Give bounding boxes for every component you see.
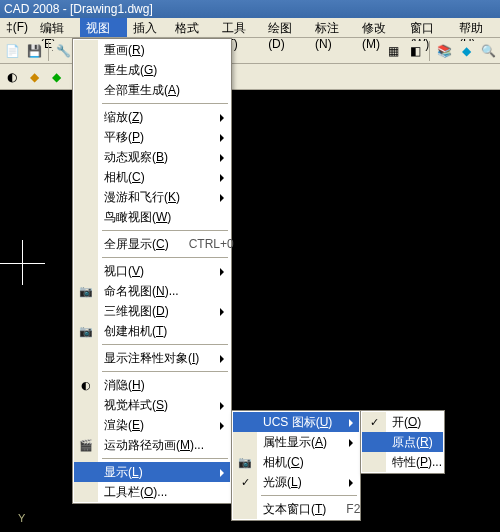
menu-item[interactable]: 漫游和飞行(K) (74, 187, 230, 207)
layer-icon[interactable]: ◆ (456, 41, 476, 61)
menu-item[interactable]: 工具栏(O)... (74, 482, 230, 502)
menu-item-label: 文本窗口(T) (263, 501, 326, 518)
menu-item-label: 全屏显示(C) (104, 236, 169, 253)
menu-item-label: 开(O) (392, 414, 421, 431)
tool-icon[interactable]: ◧ (405, 41, 425, 61)
menu-item[interactable]: 显示(L) (74, 462, 230, 482)
menu-item-label: 重画(R) (104, 42, 145, 59)
submenu-arrow-icon (220, 402, 224, 410)
menu-icon: ◐ (78, 377, 94, 393)
menu-draw[interactable]: 绘图(D) (262, 18, 309, 37)
new-icon[interactable]: 📄 (2, 41, 22, 61)
book-icon[interactable]: 📚 (434, 41, 454, 61)
menu-item[interactable]: 全屏显示(C)CTRL+0 (74, 234, 230, 254)
menu-item[interactable]: 缩放(Z) (74, 107, 230, 127)
submenu-arrow-icon (220, 174, 224, 182)
menu-item-label: 全部重生成(A) (104, 82, 180, 99)
menu-separator (102, 458, 228, 459)
menu-item[interactable]: ✓开(O) (362, 412, 443, 432)
menu-item-label: 显示注释性对象(I) (104, 350, 199, 367)
menu-item[interactable]: 重画(R) (74, 40, 230, 60)
tool-icon[interactable]: 🔧 (53, 41, 73, 61)
menu-item[interactable]: ◐消隐(H) (74, 375, 230, 395)
menu-item-label: 原点(R) (392, 434, 433, 451)
menu-item[interactable]: UCS 图标(U) (233, 412, 359, 432)
submenu-arrow-icon (220, 422, 224, 430)
menu-item-label: 渲染(E) (104, 417, 144, 434)
submenu-arrow-icon (349, 439, 353, 447)
tool-icon[interactable]: ◐ (2, 67, 22, 87)
menu-separator (102, 257, 228, 258)
menu-item-label: 鸟瞰视图(W) (104, 209, 171, 226)
tool-icon[interactable]: 🔍 (478, 41, 498, 61)
submenu-arrow-icon (220, 154, 224, 162)
menu-icon: 🎬 (78, 437, 94, 453)
menu-file[interactable]: ‡(F) (0, 18, 34, 37)
menu-item[interactable]: 视觉样式(S) (74, 395, 230, 415)
menu-item[interactable]: 视口(V) (74, 261, 230, 281)
tool-icon[interactable]: ◆ (46, 67, 66, 87)
menu-item[interactable]: 相机(C) (74, 167, 230, 187)
menu-dimension[interactable]: 标注(N) (309, 18, 356, 37)
save-icon[interactable]: 💾 (24, 41, 44, 61)
menu-view[interactable]: 视图(V) (80, 18, 126, 37)
menu-window[interactable]: 窗口(W) (404, 18, 453, 37)
tool-icon[interactable]: ▦ (383, 41, 403, 61)
menu-separator (102, 344, 228, 345)
menu-item-label: 漫游和飞行(K) (104, 189, 180, 206)
menu-item[interactable]: 鸟瞰视图(W) (74, 207, 230, 227)
menu-item[interactable]: 三维视图(D) (74, 301, 230, 321)
menu-item-label: 视觉样式(S) (104, 397, 168, 414)
menu-item-label: 缩放(Z) (104, 109, 143, 126)
menu-insert[interactable]: 插入(I) (127, 18, 169, 37)
submenu-arrow-icon (220, 114, 224, 122)
menu-item-label: 特性(P)... (392, 454, 442, 471)
menu-item-label: 创建相机(T) (104, 323, 167, 340)
menu-modify[interactable]: 修改(M) (356, 18, 404, 37)
shortcut-label: F2 (326, 502, 360, 516)
submenu-arrow-icon (220, 134, 224, 142)
menu-item[interactable]: 文本窗口(T)F2 (233, 499, 359, 519)
menu-item[interactable]: 显示注释性对象(I) (74, 348, 230, 368)
menu-item-label: 相机(C) (263, 454, 304, 471)
menu-item-label: 动态观察(B) (104, 149, 168, 166)
menu-item[interactable]: 渲染(E) (74, 415, 230, 435)
ucs-indicator: Y (18, 512, 25, 524)
separator (429, 41, 430, 61)
crosshair (22, 240, 23, 285)
submenu-arrow-icon (220, 194, 224, 202)
checkmark-icon: ✓ (370, 416, 379, 429)
menu-tools[interactable]: 工具(T) (216, 18, 262, 37)
menu-item[interactable]: 🎬运动路径动画(M)... (74, 435, 230, 455)
ucs-icon-submenu: ✓开(O)原点(R)特性(P)... (360, 410, 445, 474)
checkmark-icon: ✓ (241, 476, 250, 489)
menu-separator (102, 371, 228, 372)
menu-icon: 📷 (237, 454, 253, 470)
display-submenu: UCS 图标(U)属性显示(A)📷相机(C)✓光源(L)文本窗口(T)F2 (231, 410, 361, 521)
menu-help[interactable]: 帮助(H) (453, 18, 500, 37)
menu-item-label: 运动路径动画(M)... (104, 437, 204, 454)
menu-item[interactable]: 属性显示(A) (233, 432, 359, 452)
shortcut-label: CTRL+0 (169, 237, 234, 251)
menu-item-label: 相机(C) (104, 169, 145, 186)
menu-item[interactable]: 原点(R) (362, 432, 443, 452)
menu-item[interactable]: 平移(P) (74, 127, 230, 147)
menu-format[interactable]: 格式(O) (169, 18, 216, 37)
submenu-arrow-icon (220, 268, 224, 276)
menu-item[interactable]: ✓光源(L) (233, 472, 359, 492)
menu-item[interactable]: 重生成(G) (74, 60, 230, 80)
menu-edit[interactable]: 编辑(E) (34, 18, 80, 37)
menu-separator (261, 495, 357, 496)
menu-bar: ‡(F) 编辑(E) 视图(V) 插入(I) 格式(O) 工具(T) 绘图(D)… (0, 18, 500, 38)
menu-item-label: UCS 图标(U) (263, 414, 332, 431)
menu-item[interactable]: 📷命名视图(N)... (74, 281, 230, 301)
tool-icon[interactable]: ◆ (24, 67, 44, 87)
menu-item-label: 视口(V) (104, 263, 144, 280)
menu-item[interactable]: 📷相机(C) (233, 452, 359, 472)
menu-item-label: 消隐(H) (104, 377, 145, 394)
menu-item[interactable]: 📷创建相机(T) (74, 321, 230, 341)
menu-item[interactable]: 全部重生成(A) (74, 80, 230, 100)
submenu-arrow-icon (220, 308, 224, 316)
menu-item[interactable]: 特性(P)... (362, 452, 443, 472)
menu-item[interactable]: 动态观察(B) (74, 147, 230, 167)
